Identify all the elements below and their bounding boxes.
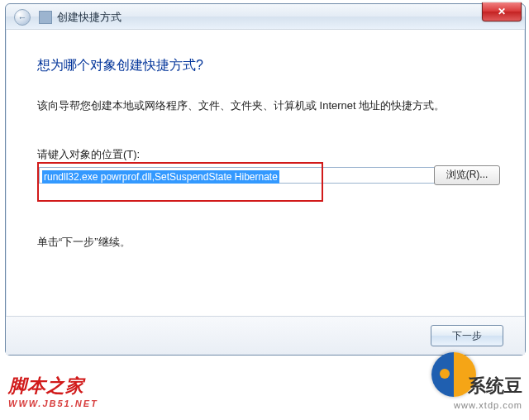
wizard-panel: 想为哪个对象创建快捷方式? 该向导帮您创建本地或网络程序、文件、文件夹、计算机或… bbox=[14, 42, 517, 310]
next-button[interactable]: 下一步 bbox=[431, 325, 503, 346]
close-button[interactable]: ✕ bbox=[482, 2, 522, 21]
close-icon: ✕ bbox=[498, 6, 506, 17]
watermark-right-sub: www.xtdp.com bbox=[454, 400, 522, 410]
wizard-description: 该向导帮您创建本地或网络程序、文件、文件夹、计算机或 Internet 地址的快… bbox=[37, 98, 493, 114]
watermark-left-main: 脚本之家 bbox=[8, 374, 98, 399]
titlebar[interactable]: ← 创建快捷方式 ✕ bbox=[6, 4, 525, 30]
location-input-value: rundll32.exe powrprof.dll,SetSuspendStat… bbox=[42, 170, 279, 184]
continue-text: 单击“下一步”继续。 bbox=[37, 235, 517, 250]
shortcut-icon bbox=[39, 11, 52, 24]
wizard-window: ← 创建快捷方式 ✕ 想为哪个对象创建快捷方式? 该向导帮您创建本地或网络程序、… bbox=[5, 3, 526, 356]
wizard-heading: 想为哪个对象创建快捷方式? bbox=[37, 57, 517, 74]
watermark-right: 系统豆 bbox=[468, 374, 522, 399]
window-title: 创建快捷方式 bbox=[57, 10, 122, 25]
back-arrow-icon: ← bbox=[18, 12, 27, 22]
back-button[interactable]: ← bbox=[14, 9, 31, 26]
location-input[interactable]: rundll32.exe powrprof.dll,SetSuspendStat… bbox=[39, 167, 441, 184]
location-row: rundll32.exe powrprof.dll,SetSuspendStat… bbox=[37, 165, 517, 205]
watermark-left: 脚本之家 WWW.JB51.NET bbox=[8, 374, 98, 408]
wizard-footer: 下一步 bbox=[6, 316, 525, 355]
browse-button[interactable]: 浏览(R)... bbox=[434, 165, 500, 185]
watermark-left-sub: WWW.JB51.NET bbox=[8, 399, 98, 408]
location-label: 请键入对象的位置(T): bbox=[37, 147, 517, 162]
